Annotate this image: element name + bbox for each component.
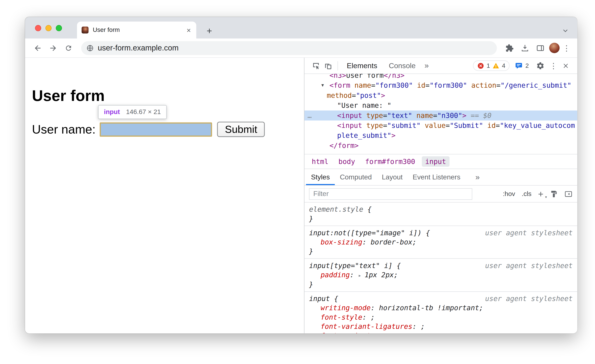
forward-icon[interactable] (47, 42, 60, 55)
address-bar[interactable]: user-form.example.com (81, 41, 497, 55)
dom-row[interactable]: ▼<form name="form300" id="form300" actio… (305, 80, 577, 90)
paint-format-icon[interactable] (550, 190, 558, 198)
tab-favicon (82, 27, 89, 34)
dom-row[interactable]: plete_submit"> (305, 130, 577, 140)
warning-count: 4 (502, 62, 505, 69)
back-icon[interactable] (31, 42, 44, 55)
tab-search-chevron-icon[interactable] (562, 27, 569, 34)
download-icon[interactable] (518, 42, 531, 55)
issues-count: 2 (525, 62, 529, 69)
site-info-globe-icon[interactable] (86, 44, 93, 51)
breadcrumb-item[interactable]: html (308, 156, 332, 166)
css-rule[interactable]: input[type="text" i] {user agent stylesh… (305, 259, 577, 292)
dom-row[interactable]: method="post"> (305, 90, 577, 100)
dock-sidebar-icon[interactable] (564, 190, 573, 198)
breadcrumb-bar: htmlbodyform#form300input (305, 154, 577, 169)
window-content: User form input 146.67 × 21 User name: S… (25, 58, 577, 333)
error-count: 1 (487, 62, 490, 69)
issues-bubble-icon (515, 62, 523, 70)
styles-rules: element.style {}input:not([type="image" … (305, 202, 577, 333)
devtools-panel: Elements Console » 1 4 2 (304, 58, 577, 333)
styles-tab-layout[interactable]: Layout (377, 169, 408, 185)
user-form-row: User name: Submit (32, 121, 265, 137)
extensions-puzzle-icon[interactable] (503, 42, 516, 55)
devtools-settings-gear-icon[interactable] (534, 59, 546, 72)
tab-close-icon[interactable]: × (186, 26, 192, 34)
css-rule[interactable]: element.style {} (305, 202, 577, 226)
close-window-button[interactable] (35, 25, 41, 31)
profile-avatar[interactable] (549, 43, 560, 53)
devtools-close-icon[interactable] (560, 59, 572, 72)
browser-menu-icon[interactable]: ⋮ (562, 43, 571, 52)
url-text[interactable]: user-form.example.com (98, 43, 179, 52)
toolbar-separator (338, 61, 338, 70)
dom-row[interactable]: …<input type="text" name="n300"> == $0 (305, 111, 577, 121)
window-controls (35, 25, 62, 31)
inspect-element-icon[interactable] (310, 59, 322, 72)
zoom-window-button[interactable] (56, 25, 62, 31)
breadcrumb-item[interactable]: input (422, 156, 450, 166)
errors-warnings-badge[interactable]: 1 4 (473, 60, 510, 71)
web-page: User form input 146.67 × 21 User name: S… (25, 58, 304, 333)
inspect-tooltip: input 146.67 × 21 (98, 105, 167, 119)
dom-row[interactable]: "User name: " (305, 100, 577, 110)
minimize-window-button[interactable] (45, 25, 52, 31)
tooltip-tag-name: input (104, 108, 120, 116)
styles-filter-bar: :hov .cls +▾ (305, 186, 577, 202)
warning-icon (492, 62, 500, 69)
styles-tab-computed[interactable]: Computed (335, 169, 377, 185)
css-rule[interactable]: input {user agent stylesheetwriting-mode… (305, 292, 577, 333)
devtools-menu-icon[interactable]: ⋮ (549, 61, 558, 70)
browser-tab[interactable]: User form × (77, 21, 196, 38)
toggle-hover-state-button[interactable]: :hov (503, 190, 515, 198)
new-tab-button[interactable]: + (207, 26, 212, 35)
styles-tabs: StylesComputedLayoutEvent Listeners» (305, 169, 577, 186)
breadcrumb-item[interactable]: body (335, 156, 359, 166)
styles-tab-styles[interactable]: Styles (306, 169, 335, 185)
styles-filter-input[interactable] (309, 188, 472, 200)
issues-badge[interactable]: 2 (515, 62, 529, 70)
username-label: User name: (32, 122, 96, 136)
more-panels-icon[interactable]: » (425, 61, 429, 70)
navigation-bar: user-form.example.com ⋮ (25, 38, 577, 58)
error-icon (477, 62, 484, 69)
expand-arrow-icon[interactable]: ▼ (321, 80, 324, 90)
row-actions-icon[interactable]: … (308, 111, 312, 121)
dom-row[interactable]: </form> (305, 141, 577, 150)
styles-toolbar-controls: :hov .cls +▾ (503, 189, 573, 198)
dom-row[interactable]: <input type="submit" value="Submit" id="… (305, 121, 577, 130)
toggle-class-button[interactable]: .cls (522, 190, 531, 198)
more-styles-tabs-icon[interactable]: » (475, 173, 480, 181)
side-panel-icon[interactable] (534, 42, 547, 55)
devtools-tab-console[interactable]: Console (389, 61, 416, 70)
submit-button[interactable]: Submit (217, 121, 265, 137)
tooltip-dimensions: 146.67 × 21 (126, 108, 161, 116)
tab-title: User form (93, 27, 186, 34)
new-style-rule-button[interactable]: +▾ (538, 189, 543, 198)
devtools-toolbar: Elements Console » 1 4 2 (305, 58, 577, 74)
breadcrumb-item[interactable]: form#form300 (362, 156, 418, 166)
dom-row[interactable]: <h3>User form</h3> (305, 74, 577, 80)
browser-window: User form × + user-form.exa (25, 17, 577, 333)
styles-tab-event-listeners[interactable]: Event Listeners (408, 169, 465, 185)
tab-strip: User form × + (25, 17, 577, 38)
username-input[interactable] (100, 122, 212, 136)
device-toolbar-icon[interactable] (322, 59, 334, 72)
reload-icon[interactable] (62, 42, 75, 55)
dom-tree: <h3>User form</h3>▼<form name="form300" … (305, 74, 577, 154)
devtools-tab-elements[interactable]: Elements (347, 61, 377, 70)
page-title: User form (32, 87, 105, 104)
css-rule[interactable]: input:not([type="image" i]) {user agent … (305, 226, 577, 259)
